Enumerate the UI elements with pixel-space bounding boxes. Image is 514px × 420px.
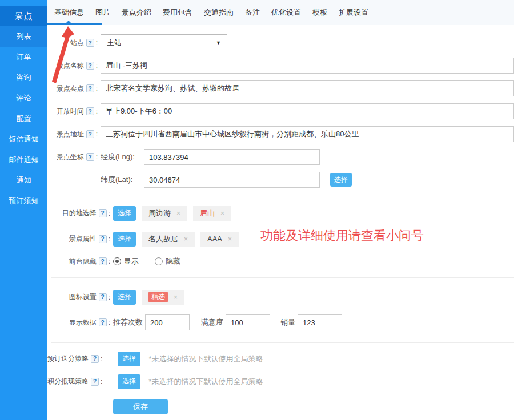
attributes-select-button[interactable]: 选择 bbox=[113, 232, 136, 247]
form-content: 站点?: 主站 ▼ 景点名称?: 景点卖点?: bbox=[47, 25, 514, 414]
sidebar-title[interactable]: 景点 bbox=[0, 6, 47, 26]
tab-label: 备注 bbox=[245, 7, 260, 18]
sidebar: 景点 列表 订单 咨询 评论 配置 bbox=[0, 0, 47, 420]
sidebar-item[interactable]: 评论 bbox=[0, 88, 47, 108]
booking-points-row: 预订送分策略?: 选择 *未选择的情况下默认使用全局策略 bbox=[47, 351, 514, 366]
sidebar-item[interactable]: 短信通知 bbox=[0, 129, 47, 150]
dropdown-arrow-icon: ▼ bbox=[216, 40, 221, 46]
icon-select-button[interactable]: 选择 bbox=[113, 290, 136, 305]
site-row: 站点?: 主站 ▼ bbox=[47, 35, 514, 51]
tag-close-icon[interactable]: × bbox=[220, 209, 224, 217]
satisfaction-input[interactable] bbox=[226, 314, 270, 330]
coords-select-button[interactable]: 选择 bbox=[330, 173, 352, 187]
front-hide-row: 前台隐藏?: 显示 隐藏 bbox=[47, 256, 514, 266]
help-icon[interactable]: ? bbox=[99, 235, 107, 243]
sidebar-item[interactable]: 咨询 bbox=[0, 67, 47, 88]
sidebar-item-label: 短信通知 bbox=[9, 134, 39, 144]
attribute-tag: 名人故居 × bbox=[142, 232, 195, 247]
help-icon[interactable]: ? bbox=[86, 107, 94, 115]
sidebar-item-label: 邮件通知 bbox=[9, 155, 39, 165]
help-icon[interactable]: ? bbox=[86, 153, 94, 161]
selling-point-label: 景点卖点?: bbox=[47, 84, 98, 94]
sales-input[interactable] bbox=[298, 314, 342, 330]
lng-label: 经度(Lng): bbox=[101, 152, 140, 162]
selling-point-input[interactable] bbox=[101, 80, 514, 96]
tab-label: 基础信息 bbox=[54, 7, 84, 18]
site-select-value: 主站 bbox=[107, 38, 122, 48]
tag-close-icon[interactable]: × bbox=[228, 235, 232, 243]
sales-label: 销量 bbox=[280, 317, 295, 328]
display-data-label: 显示数据?: bbox=[47, 318, 110, 328]
tab[interactable]: 模板 bbox=[307, 0, 333, 25]
sidebar-item-label: 列表 bbox=[17, 31, 31, 42]
address-label: 景点地址?: bbox=[47, 130, 98, 139]
help-icon[interactable]: ? bbox=[86, 130, 94, 138]
help-icon[interactable]: ? bbox=[91, 355, 99, 363]
attribute-tag: AAA × bbox=[200, 232, 239, 247]
tab-label: 图片 bbox=[95, 7, 110, 18]
sidebar-item[interactable]: 邮件通知 bbox=[0, 150, 47, 170]
front-hide-label: 前台隐藏?: bbox=[47, 257, 110, 266]
radio-show[interactable]: 显示 bbox=[113, 256, 139, 266]
coords-lat-row: 纬度(Lat): 选择 bbox=[47, 172, 514, 188]
radio-icon bbox=[113, 257, 121, 265]
tab[interactable]: 费用包含 bbox=[157, 0, 198, 25]
destination-select-button[interactable]: 选择 bbox=[113, 206, 136, 221]
save-row: 保存 bbox=[47, 399, 514, 414]
address-input[interactable] bbox=[101, 126, 514, 142]
sidebar-item[interactable]: 预订须知 bbox=[0, 191, 47, 211]
lng-input[interactable] bbox=[144, 149, 320, 165]
points-deduction-note: *未选择的情况下默认使用全局策略 bbox=[148, 377, 263, 387]
attributes-label: 景点属性?: bbox=[47, 234, 110, 244]
sidebar-item[interactable]: 列表 bbox=[0, 26, 47, 47]
tag-close-icon[interactable]: × bbox=[174, 293, 178, 301]
tag-close-icon[interactable]: × bbox=[184, 235, 188, 243]
points-deduction-row: 积分抵现策略?: 选择 *未选择的情况下默认使用全局策略 bbox=[47, 374, 514, 389]
site-select[interactable]: 主站 ▼ bbox=[101, 34, 227, 51]
tab[interactable]: 基础信息 bbox=[49, 0, 90, 25]
recommend-count-input[interactable] bbox=[145, 314, 190, 330]
destination-row: 目的地选择?: 选择 周边游 × 眉山 × bbox=[47, 205, 514, 221]
help-icon[interactable]: ? bbox=[86, 84, 94, 92]
open-time-label: 开放时间?: bbox=[47, 107, 98, 116]
help-icon[interactable]: ? bbox=[86, 39, 94, 47]
sidebar-item-label: 评论 bbox=[17, 93, 31, 103]
name-input[interactable] bbox=[101, 58, 514, 74]
radio-hide[interactable]: 隐藏 bbox=[155, 256, 180, 266]
tab[interactable]: 备注 bbox=[239, 0, 266, 25]
help-icon[interactable]: ? bbox=[91, 378, 99, 386]
tab[interactable]: 优化设置 bbox=[266, 0, 307, 25]
destination-label: 目的地选择?: bbox=[47, 208, 110, 218]
tab[interactable]: 扩展设置 bbox=[333, 0, 374, 25]
open-time-row: 开放时间?: bbox=[47, 103, 514, 119]
booking-points-select-button[interactable]: 选择 bbox=[118, 352, 140, 366]
section-divider bbox=[51, 195, 514, 195]
radio-icon bbox=[155, 257, 163, 265]
destination-tag: 眉山 × bbox=[193, 206, 231, 221]
points-deduction-select-button[interactable]: 选择 bbox=[118, 374, 140, 389]
help-icon[interactable]: ? bbox=[99, 209, 107, 217]
tab[interactable]: 景点介绍 bbox=[116, 0, 157, 25]
tab[interactable]: 图片 bbox=[90, 0, 116, 25]
help-icon[interactable]: ? bbox=[99, 293, 107, 301]
tab[interactable]: 交通指南 bbox=[198, 0, 239, 25]
sidebar-item[interactable]: 订单 bbox=[0, 47, 47, 67]
featured-badge: 精选 bbox=[148, 292, 168, 302]
sidebar-item[interactable]: 通知 bbox=[0, 170, 47, 191]
lat-input[interactable] bbox=[144, 172, 320, 188]
lat-label: 纬度(Lat): bbox=[101, 175, 140, 185]
help-icon[interactable]: ? bbox=[99, 257, 107, 265]
sidebar-item-label: 咨询 bbox=[17, 72, 31, 83]
tag-close-icon[interactable]: × bbox=[176, 209, 180, 217]
icon-settings-row: 图标设置?: 选择 精选 × bbox=[47, 289, 514, 305]
sidebar-item-label: 配置 bbox=[17, 114, 31, 124]
points-deduction-label: 积分抵现策略?: bbox=[47, 377, 102, 386]
scenic-spot-edit-page: 景点 列表 订单 咨询 评论 配置 bbox=[0, 0, 514, 420]
sidebar-menu: 列表 订单 咨询 评论 配置 短信通知 bbox=[0, 26, 47, 211]
sidebar-item[interactable]: 配置 bbox=[0, 108, 47, 129]
help-icon[interactable]: ? bbox=[99, 318, 107, 326]
open-time-input[interactable] bbox=[101, 103, 514, 119]
save-button[interactable]: 保存 bbox=[113, 399, 168, 414]
recommend-count-label: 推荐次数 bbox=[113, 317, 143, 328]
help-icon[interactable]: ? bbox=[86, 62, 94, 70]
